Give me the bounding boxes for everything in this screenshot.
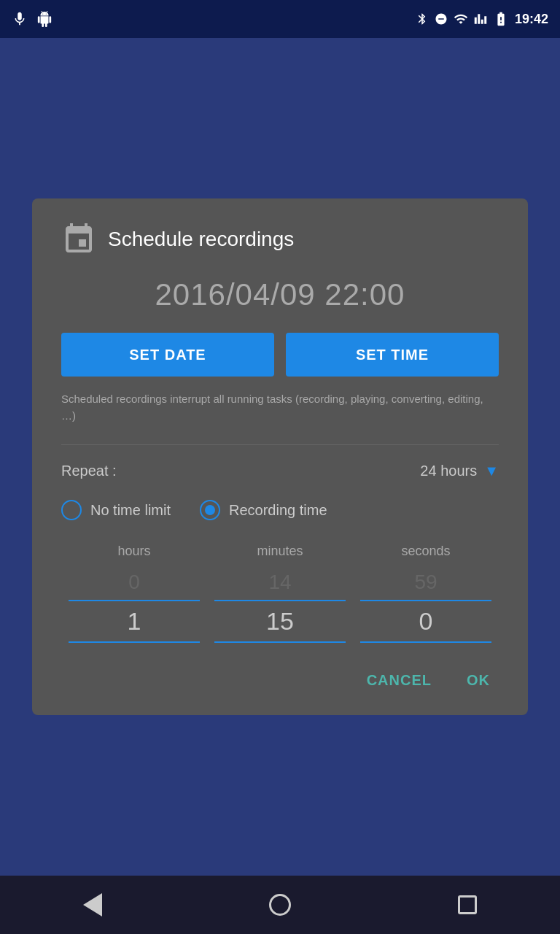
minutes-current[interactable]: 15 [266,607,294,636]
radio-row: No time limit Recording time [61,500,499,520]
note-text: Scheduled recordings interrupt all runni… [61,391,499,424]
seconds-line-bottom [360,641,491,643]
ok-button[interactable]: OK [458,666,499,695]
seconds-above: 59 [414,571,437,594]
hours-column: hours 0 1 [61,544,207,649]
repeat-row: Repeat : 24 hours ▼ [61,463,499,479]
set-time-button[interactable]: SET TIME [286,333,499,377]
cancel-button[interactable]: CANCEL [358,666,440,695]
no-time-limit-radio[interactable] [61,500,82,520]
bluetooth-icon [416,12,429,26]
no-time-limit-label: No time limit [90,502,171,519]
signal-icon [474,12,487,26]
repeat-select[interactable]: 24 hours ▼ [420,463,499,479]
set-date-button[interactable]: SET DATE [61,333,274,377]
seconds-line-top [360,600,491,601]
seconds-header: seconds [401,544,450,559]
android-icon [36,11,52,27]
hours-header: hours [117,544,150,559]
no-time-limit-option[interactable]: No time limit [61,500,171,520]
recents-icon[interactable] [458,895,477,914]
hours-above: 0 [128,571,140,594]
hours-current[interactable]: 1 [128,607,141,636]
status-bar: 19:42 [0,0,560,38]
minutes-line-top [214,600,346,601]
hours-line-bottom [69,641,200,643]
dialog-title-text: Schedule recordings [108,228,294,251]
hours-line-top [69,600,200,601]
battery-icon [493,11,509,27]
nav-bar [0,876,560,934]
time-columns-headers: hours 0 1 minutes 14 15 seconds 59 0 [61,544,499,649]
seconds-column: seconds 59 0 [353,544,499,649]
calendar-icon [61,222,96,257]
status-time: 19:42 [515,12,548,27]
dropdown-arrow-icon: ▼ [484,463,499,479]
repeat-label: Repeat : [61,463,420,479]
repeat-value: 24 hours [420,463,477,479]
minutes-above: 14 [268,571,291,594]
main-background: Schedule recordings 2016/04/09 22:00 SET… [0,38,560,876]
dialog-title-row: Schedule recordings [61,222,499,257]
minutes-line-bottom [214,641,346,643]
recording-time-label: Recording time [229,502,327,519]
recording-time-option[interactable]: Recording time [200,500,327,520]
status-bar-left [12,11,52,27]
wifi-icon [454,12,468,26]
back-icon[interactable] [83,893,102,916]
status-bar-right: 19:42 [416,11,548,27]
schedule-dialog: Schedule recordings 2016/04/09 22:00 SET… [32,198,528,715]
dnd-icon [435,12,448,26]
minutes-column: minutes 14 15 [207,544,353,649]
button-row: SET DATE SET TIME [61,333,499,377]
seconds-current[interactable]: 0 [419,607,433,636]
dialog-actions: CANCEL OK [61,666,499,695]
recording-time-radio[interactable] [200,500,220,520]
home-icon[interactable] [269,894,291,916]
datetime-display: 2016/04/09 22:00 [61,277,499,312]
minutes-header: minutes [257,544,303,559]
divider [61,444,499,445]
mic-icon [12,11,28,27]
